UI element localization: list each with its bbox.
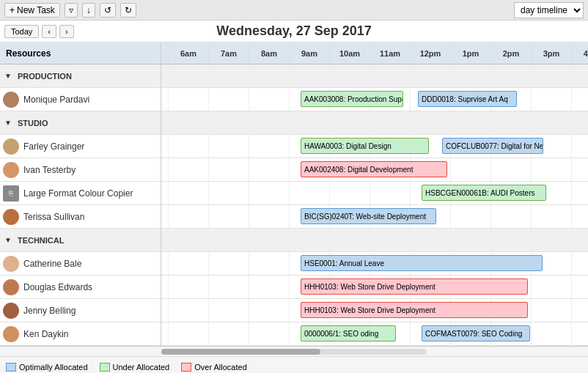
avatar-ivan (3, 162, 19, 178)
slot (249, 205, 290, 228)
timeline-inner: 6am 7am 8am 9am 10am 11am 12pm 1pm 2pm 3… (161, 43, 588, 346)
slot (451, 64, 491, 87)
resource-jenny[interactable]: Jenny Belling (0, 299, 161, 322)
slot (532, 205, 572, 228)
time-6am: 6am (169, 43, 209, 64)
timeline-row-jenny: HHH0103: Web Store Drive Deployment (161, 299, 588, 322)
resource-name-terissa: Terissa Sullivan (23, 212, 84, 222)
time-10am: 10am (330, 43, 370, 64)
time-11am: 11am (370, 43, 411, 64)
slot (532, 322, 572, 345)
refresh-button[interactable]: ↻ (120, 3, 136, 18)
filter-button[interactable]: ▿ (65, 3, 78, 18)
slot (411, 229, 451, 251)
resource-name-ivan: Ivan Testerby (23, 165, 76, 175)
slot (572, 182, 588, 204)
slot (532, 88, 572, 111)
next-button[interactable]: › (59, 25, 74, 38)
slot (209, 205, 249, 228)
slot (249, 252, 290, 275)
resource-catherine[interactable]: Catherine Bale (0, 252, 161, 276)
avatar-douglas (3, 279, 19, 295)
timeline-row-ken: 0000006/1: SEO oding COFMAST0079: SEO Co… (161, 322, 588, 346)
new-task-button[interactable]: + New Task (4, 3, 60, 18)
view-select[interactable]: day timeline (514, 2, 584, 18)
legend-over-label: Over Allocated (194, 363, 247, 372)
legend-optimal-label: Optimally Allocated (19, 363, 88, 372)
event-hhh0103-douglas[interactable]: HHH0103: Web Store Drive Deployment (301, 278, 528, 295)
slot (161, 158, 169, 181)
refresh-icon: ↻ (125, 5, 132, 15)
plus-icon: + (10, 5, 15, 15)
event-hhh0103-jenny[interactable]: HHH0103: Web Store Drive Deployment (301, 302, 528, 318)
avatar-monique (3, 92, 19, 108)
scrollbar-thumb[interactable] (161, 349, 320, 355)
slot (249, 135, 290, 158)
timeline-rows: AAK003008: Prooduction Super.. DDD0018: … (161, 64, 588, 346)
resource-terissa[interactable]: Terissa Sullivan (0, 205, 161, 229)
legend-over-box (181, 363, 191, 372)
prev-button[interactable]: ‹ (42, 25, 56, 38)
slot (451, 111, 491, 134)
timeline-row-catherine: HSE0001: Annual Leave (161, 252, 588, 276)
avatar-terissa (3, 209, 19, 225)
slot (161, 322, 169, 345)
collapse-icon-technical: ▼ (4, 236, 12, 244)
event-aak002408[interactable]: AAK002408: Digital Development (301, 161, 447, 177)
slot (169, 299, 209, 322)
today-button[interactable]: Today (4, 25, 39, 38)
timeline-group-studio (161, 111, 588, 135)
scrollbar-track[interactable] (161, 349, 427, 355)
resource-monique[interactable]: Monique Pardavi (0, 88, 161, 111)
legend-optimal-box (6, 363, 16, 372)
group-technical: ▼ TECHNICAL (0, 229, 161, 252)
legend: Optimally Allocated Under Allocated Over… (0, 356, 588, 373)
filter-down-button[interactable]: ↓ (82, 3, 95, 18)
slot (411, 64, 451, 87)
slot (572, 299, 588, 322)
slot (451, 229, 491, 251)
slot (169, 205, 209, 228)
undo-icon: ↺ (104, 5, 111, 15)
timeline-row-terissa: BIC(SG)0240T: Web-site Deployment (161, 205, 588, 229)
resource-douglas[interactable]: Douglas Edwards (0, 276, 161, 299)
event-cofclub0077[interactable]: COFCLUB0077: Digital for New (442, 138, 543, 154)
event-seo-oding[interactable]: 0000006/1: SEO oding (301, 325, 396, 341)
avatar-jenny (3, 303, 19, 319)
slot (330, 229, 370, 251)
legend-under: Under Allocated (100, 363, 170, 372)
resource-ivan[interactable]: Ivan Testerby (0, 158, 161, 182)
slot (249, 276, 290, 298)
resource-ken[interactable]: Ken Daykin (0, 322, 161, 346)
resource-name-copier: Large Format Colour Copier (23, 188, 133, 199)
time-7am: 7am (209, 43, 249, 64)
event-hawa0003[interactable]: HAWA0003: Digital Design (301, 138, 429, 154)
event-aak003008[interactable]: AAK003008: Prooduction Super.. (301, 91, 403, 107)
slot (290, 64, 330, 87)
timeline-panel[interactable]: 6am 7am 8am 9am 10am 11am 12pm 1pm 2pm 3… (161, 43, 588, 346)
timeline-row-monique: AAK003008: Prooduction Super.. DDD0018: … (161, 88, 588, 111)
toolbar-right: day timeline (514, 2, 584, 18)
group-studio-label: STUDIO (18, 119, 48, 128)
resource-copier[interactable]: ⎘ Large Format Colour Copier (0, 182, 161, 205)
legend-under-label: Under Allocated (113, 363, 170, 372)
slot (572, 135, 588, 158)
event-hsbcgen[interactable]: HSBCGEN00061B: AUDI Posters (422, 185, 546, 201)
slot (161, 229, 169, 251)
scrollbar-area[interactable] (0, 346, 588, 356)
slot (532, 158, 572, 181)
slot (491, 229, 532, 251)
slot (161, 205, 169, 228)
undo-button[interactable]: ↺ (100, 3, 116, 18)
funnel-down-icon: ↓ (87, 5, 91, 15)
slot (249, 322, 290, 345)
resource-farley[interactable]: Farley Grainger (0, 135, 161, 158)
slot (209, 88, 249, 111)
resource-name-farley: Farley Grainger (23, 141, 84, 152)
slot (532, 299, 572, 322)
event-bic[interactable]: BIC(SG)0240T: Web-site Deployment (301, 208, 436, 224)
timeline-row-copier: HSBCGEN00061B: AUDI Posters (161, 182, 588, 205)
event-ddd0018[interactable]: DDD0018: Suprvise Art Aq (418, 91, 517, 107)
event-cofmast0079[interactable]: COFMAST0079: SEO Coding (422, 325, 530, 341)
event-hse0001[interactable]: HSE0001: Annual Leave (301, 255, 543, 271)
